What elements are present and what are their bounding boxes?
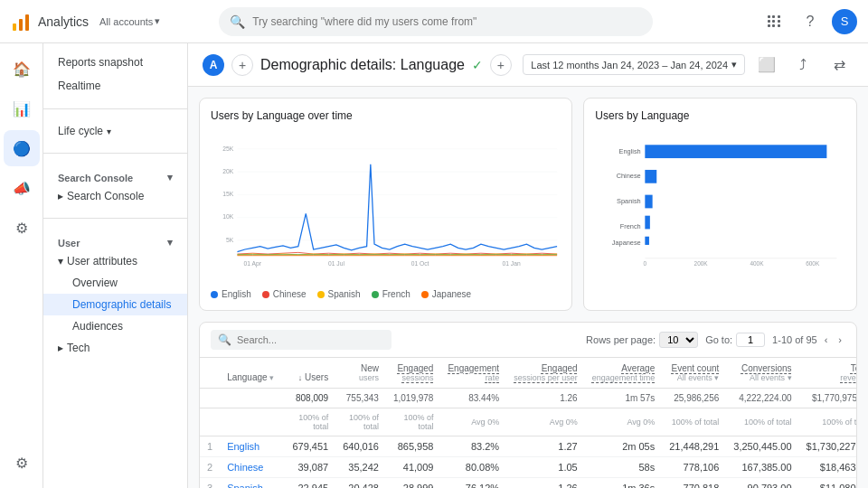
col-language[interactable]: Language ▾ bbox=[220, 358, 285, 389]
row-event-count: 770,818 bbox=[662, 478, 726, 489]
row-new-users: 20,428 bbox=[335, 478, 386, 489]
total-engaged-sub: 100% of total bbox=[386, 408, 441, 436]
bar-french bbox=[646, 216, 651, 230]
svg-text:20K: 20K bbox=[222, 168, 233, 174]
brand-logo[interactable]: Analytics bbox=[11, 11, 89, 33]
sidebar-item-tech[interactable]: ▸ Tech bbox=[43, 337, 187, 359]
apps-grid-button[interactable] bbox=[760, 7, 788, 36]
prev-page-button[interactable]: ‹ bbox=[821, 333, 832, 347]
explore-nav-icon[interactable]: 🔵 bbox=[4, 130, 40, 166]
row-num: 2 bbox=[200, 457, 220, 478]
total-new-users: 755,343 bbox=[335, 389, 386, 408]
date-range-button[interactable]: Last 12 months Jan 24, 2023 – Jan 24, 20… bbox=[523, 54, 745, 75]
sidebar-search-console-section: Search Console ▾ ▸ Search Console bbox=[43, 157, 187, 214]
row-num: 3 bbox=[200, 478, 220, 489]
sidebar-group-lifecycle[interactable]: Life cycle ▾ bbox=[43, 120, 187, 142]
page-navigation: 1-10 of 95 ‹ › bbox=[772, 333, 845, 347]
chevron-right-icon: ▸ bbox=[58, 190, 63, 202]
legend-label-spanish: Spanish bbox=[328, 289, 361, 299]
search-input[interactable] bbox=[252, 15, 642, 28]
compare-button[interactable]: ⇄ bbox=[825, 51, 854, 80]
sidebar-sub-item-audiences[interactable]: Audiences bbox=[43, 315, 187, 337]
reports-nav-icon[interactable]: 📊 bbox=[4, 90, 40, 127]
line-chart-svg: 25K 20K 15K 10K 5K bbox=[211, 129, 561, 283]
share-button[interactable]: ⤴ bbox=[788, 51, 817, 80]
sidebar-divider-2 bbox=[43, 153, 187, 154]
row-users: 679,451 bbox=[285, 436, 335, 457]
add-report-button[interactable]: + bbox=[231, 54, 253, 76]
user-avatar[interactable]: S bbox=[832, 9, 857, 34]
data-table: Language ▾ ↓ Users Newusers Engagedsessi… bbox=[200, 358, 857, 488]
chevron-down-icon: ▾ bbox=[155, 15, 160, 27]
svg-text:French: French bbox=[620, 222, 641, 230]
col-conversions[interactable]: Conversions All events ▾ bbox=[726, 358, 798, 389]
table-header-row: Language ▾ ↓ Users Newusers Engagedsessi… bbox=[200, 358, 857, 389]
svg-text:Chinese: Chinese bbox=[617, 172, 641, 180]
legend-item-japanese: Japanese bbox=[421, 289, 471, 299]
configure-nav-icon[interactable]: ⚙ bbox=[4, 210, 40, 246]
advertising-nav-icon[interactable]: 📣 bbox=[4, 170, 40, 206]
col-engaged-sessions: Engagedsessions bbox=[386, 358, 441, 389]
row-engagement-rate: 76.12% bbox=[440, 478, 506, 489]
add-comparison-button[interactable]: + bbox=[490, 54, 512, 76]
settings-nav-icon[interactable]: ⚙ bbox=[4, 445, 40, 481]
line-chart-container: 25K 20K 15K 10K 5K bbox=[211, 129, 561, 286]
svg-text:English: English bbox=[619, 147, 641, 155]
table-search-input[interactable] bbox=[237, 334, 384, 345]
col-event-count[interactable]: Event count All events ▾ bbox=[662, 358, 726, 389]
sidebar-item-label: Reports snapshot bbox=[58, 56, 143, 69]
sidebar-user-section: User ▾ ▾ User attributes Overview Demogr… bbox=[43, 222, 187, 366]
filter-icon: ▾ bbox=[269, 373, 274, 382]
svg-rect-2 bbox=[25, 14, 29, 31]
sidebar-item-search-console-sub[interactable]: ▸ Search Console bbox=[43, 185, 187, 207]
export-button[interactable]: ⬜ bbox=[752, 51, 781, 80]
row-revenue: $1,730,227.35 bbox=[799, 436, 857, 457]
row-avg-time: 58s bbox=[585, 457, 663, 478]
next-page-button[interactable]: › bbox=[835, 333, 845, 347]
sidebar-sub-item-demographic-details[interactable]: Demographic details bbox=[43, 294, 187, 315]
account-selector[interactable]: All accounts ▾ bbox=[99, 15, 160, 27]
row-users: 22,945 bbox=[285, 478, 335, 489]
total-new-users-sub: 100% of total bbox=[335, 408, 386, 436]
totals-row: 808,009 755,343 1,019,978 83.44% 1.26 1m… bbox=[200, 389, 857, 408]
row-language[interactable]: Chinese bbox=[220, 457, 285, 478]
sidebar-item-label: Search Console bbox=[67, 190, 144, 202]
bar-spanish bbox=[646, 195, 653, 209]
sidebar-sub-item-overview[interactable]: Overview bbox=[43, 272, 187, 294]
rows-per-page-select[interactable]: 10 25 50 bbox=[659, 332, 698, 348]
row-language[interactable]: Spanish bbox=[220, 478, 285, 489]
table-search-bar[interactable]: 🔍 bbox=[211, 330, 392, 350]
total-conversions: 4,222,224.00 bbox=[726, 389, 798, 408]
home-nav-icon[interactable]: 🏠 bbox=[4, 51, 40, 87]
total-users: 808,009 bbox=[285, 389, 335, 408]
bar-japanese bbox=[646, 237, 650, 245]
col-revenue: Totalrevenue bbox=[799, 358, 857, 389]
legend-color-spanish bbox=[317, 291, 325, 298]
data-table-card: 🔍 Rows per page: 10 25 50 Go to: bbox=[199, 322, 857, 488]
bar-chart-title: Users by Language bbox=[595, 109, 845, 122]
legend-color-japanese bbox=[421, 291, 429, 298]
bar-english bbox=[646, 145, 827, 158]
compare-icon: ⇄ bbox=[834, 56, 845, 73]
chevron-icon: ▾ bbox=[107, 127, 111, 136]
row-event-count: 778,106 bbox=[662, 457, 726, 478]
top-navigation: Analytics All accounts ▾ 🔍 ? S bbox=[0, 0, 868, 43]
export-icon: ⬜ bbox=[758, 56, 776, 73]
analytics-logo-icon bbox=[11, 11, 33, 33]
english-line bbox=[237, 164, 557, 252]
sidebar-item-label: User attributes bbox=[67, 255, 137, 267]
go-to-page-input[interactable] bbox=[736, 333, 765, 347]
svg-text:Japanese: Japanese bbox=[612, 239, 641, 247]
row-avg-time: 2m 05s bbox=[585, 436, 663, 457]
sidebar-item-realtime[interactable]: Realtime bbox=[43, 74, 187, 98]
sidebar-item-user-attributes[interactable]: ▾ User attributes bbox=[43, 250, 187, 272]
sidebar-item-reports-snapshot[interactable]: Reports snapshot bbox=[43, 51, 187, 74]
col-engagement-rate: Engagementrate bbox=[440, 358, 506, 389]
row-language[interactable]: English bbox=[220, 436, 285, 457]
global-search-bar[interactable]: 🔍 bbox=[219, 7, 653, 36]
sidebar-header-user: User ▾ bbox=[43, 230, 187, 250]
help-button[interactable]: ? bbox=[796, 7, 825, 36]
svg-text:01 Apr: 01 Apr bbox=[244, 260, 262, 267]
row-event-count: 21,448,291 bbox=[662, 436, 726, 457]
legend-color-french bbox=[372, 291, 379, 298]
